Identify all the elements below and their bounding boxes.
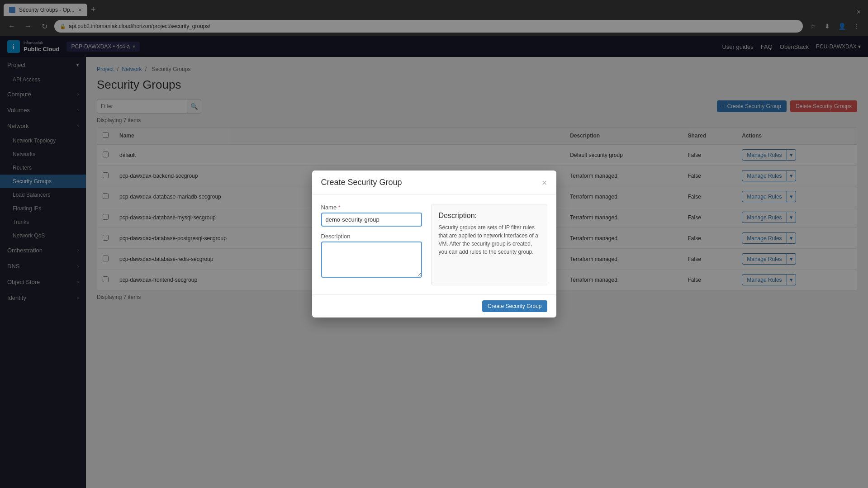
modal-footer: Create Security Group (312, 294, 556, 317)
help-text: Security groups are sets of IP filter ru… (439, 223, 540, 256)
name-label-text: Name (321, 204, 337, 211)
modal-two-col: Name * Description Description: Security (321, 204, 547, 285)
modal-body: Name * Description Description: Security (312, 195, 556, 294)
modal-overlay: Create Security Group × Name * (0, 0, 868, 488)
modal-submit-btn[interactable]: Create Security Group (482, 300, 547, 312)
modal-header: Create Security Group × (312, 171, 556, 195)
create-security-group-modal: Create Security Group × Name * (312, 171, 556, 317)
help-title: Description: (439, 212, 540, 220)
name-input[interactable] (321, 213, 422, 227)
description-form-group: Description (321, 233, 422, 279)
name-required-icon: * (338, 205, 340, 210)
name-form-group: Name * (321, 204, 422, 227)
description-textarea[interactable] (321, 242, 422, 278)
modal-title: Create Security Group (321, 178, 402, 187)
modal-help: Description: Security groups are sets of… (431, 204, 547, 285)
name-label: Name * (321, 204, 422, 211)
description-label: Description (321, 233, 422, 240)
modal-form: Name * Description (321, 204, 422, 285)
modal-close-btn[interactable]: × (542, 178, 547, 187)
